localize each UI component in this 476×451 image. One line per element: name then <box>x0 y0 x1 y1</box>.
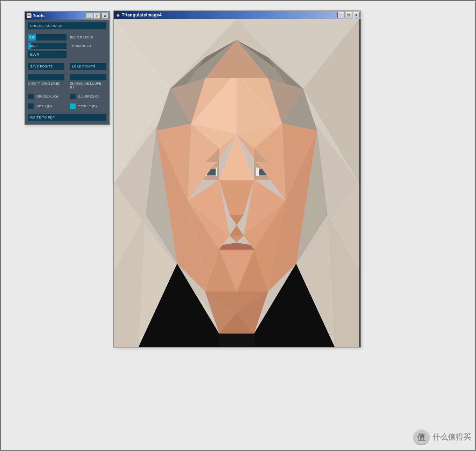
result-checkbox[interactable] <box>70 103 76 109</box>
tools-body: choose an image... 5.00 blur radius 10.0… <box>25 20 109 124</box>
tools-titlebar[interactable]: ☕ Tools _ □ × <box>25 12 109 20</box>
tools-title: Tools <box>33 13 86 18</box>
blur-button[interactable]: blur <box>28 51 66 58</box>
blurred-label: blurred (b) <box>78 95 100 98</box>
mesh-label: mesh (m) <box>36 105 52 108</box>
tools-close-button[interactable]: × <box>102 13 108 19</box>
portrait-svg <box>114 19 359 347</box>
svg-marker-67 <box>230 225 244 236</box>
original-checkbox[interactable] <box>28 94 34 99</box>
image-maximize-button[interactable]: □ <box>345 12 352 18</box>
image-minimize-button[interactable]: _ <box>337 12 344 18</box>
result-label: result (r) <box>78 105 97 108</box>
save-points-button[interactable]: save points <box>28 63 64 70</box>
blur-radius-label: blur radius <box>70 36 93 39</box>
tools-window: ☕ Tools _ □ × choose an image... 5.00 bl… <box>24 11 110 125</box>
loupe-label: show/hide loupe (l) <box>70 82 106 89</box>
svg-marker-68 <box>230 236 244 243</box>
java-icon: ☕ <box>27 13 31 18</box>
choose-image-button[interactable]: choose an image... <box>28 22 106 29</box>
image-close-button[interactable]: × <box>353 12 360 18</box>
mesh-checkbox[interactable] <box>28 103 34 109</box>
app-icon: ◆ <box>115 13 120 17</box>
watermark-badge-icon: 值 <box>413 429 430 445</box>
watermark-text: 什么值得买 <box>433 432 471 442</box>
threshold-slider[interactable]: 10.00 <box>28 43 66 49</box>
threshold-label: threshold <box>70 44 91 48</box>
write-pdf-button[interactable]: write to pdf <box>28 114 106 121</box>
threshold-value: 10.00 <box>29 43 37 49</box>
blur-radius-value: 5.00 <box>29 34 36 41</box>
eraser-label: on/off eraser (e) <box>28 82 64 85</box>
watermark: 值 什么值得买 <box>413 429 471 445</box>
image-titlebar[interactable]: ◆ TriangulateImage4 _ □ × <box>114 11 360 19</box>
triangulated-image-canvas <box>114 19 359 347</box>
image-window: ◆ TriangulateImage4 _ □ × <box>113 10 361 348</box>
svg-marker-31 <box>230 215 244 225</box>
eraser-toggle[interactable] <box>28 74 64 80</box>
load-points-button[interactable]: load points <box>70 63 106 70</box>
blur-radius-slider[interactable]: 5.00 <box>28 34 66 41</box>
svg-marker-58 <box>219 334 254 347</box>
blurred-checkbox[interactable] <box>70 94 76 99</box>
loupe-toggle[interactable] <box>70 74 106 80</box>
tools-maximize-button[interactable]: □ <box>94 13 101 19</box>
original-label: original (o) <box>36 95 58 98</box>
image-title: TriangulateImage4 <box>122 13 337 17</box>
tools-minimize-button[interactable]: _ <box>86 13 93 19</box>
